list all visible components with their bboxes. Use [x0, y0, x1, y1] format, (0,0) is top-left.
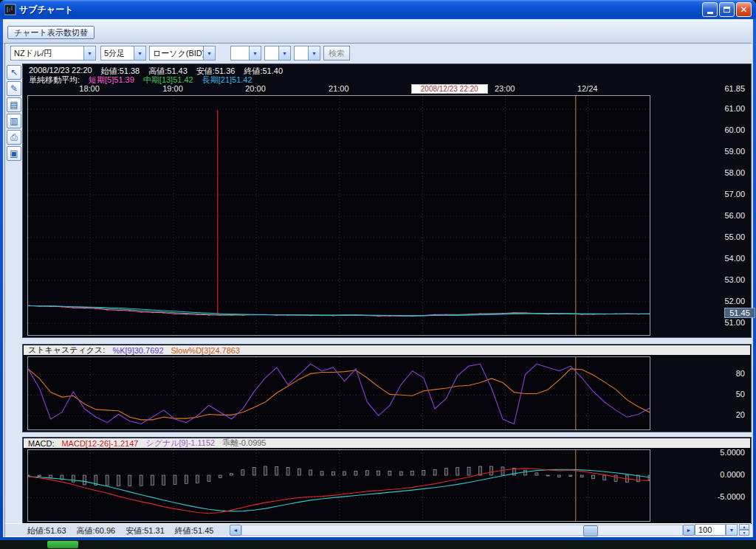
macd-histogram-bar: [343, 472, 346, 475]
stochastics-block: ストキャスティクス: %K[9]30.7692 Slow%D[3]24.7863…: [22, 344, 752, 432]
macd-histogram-bar: [286, 468, 289, 475]
chart-panel: NZドル/円 ▼ 5分足 ▼ ローソク(BID) ▼ ▼ ▼: [4, 43, 752, 537]
indicator-3-value: [295, 46, 308, 60]
stochastics-label: ストキャスティクス:: [28, 345, 105, 356]
indicator-2-value: [265, 46, 278, 60]
macd-signal-line: [28, 469, 650, 511]
macd-axis: 5.00000.0000-5.0000: [649, 449, 748, 520]
zoom-dropdown-button[interactable]: ▼: [726, 524, 738, 536]
y-axis-label: -5.0000: [718, 492, 745, 501]
y-axis-label: 5.0000: [720, 448, 745, 457]
macd-histogram-bar: [422, 470, 425, 475]
print-tool-button[interactable]: ⎙: [7, 130, 21, 145]
panel-tool-button[interactable]: ▣: [7, 146, 21, 161]
macd-value: MACD[12-26]-1.2147: [61, 439, 138, 448]
bar-chart-tool-button[interactable]: ▥: [7, 114, 21, 128]
maximize-button[interactable]: [719, 2, 735, 17]
macd-histogram-bar: [196, 475, 199, 483]
macd-signal-value: シグナル[9]-1.1152: [145, 438, 215, 449]
y-axis-label: 53.00: [724, 275, 745, 284]
pencil-tool-icon: ✎: [10, 83, 18, 94]
print-tool-icon: ⎙: [10, 132, 18, 142]
close-button[interactable]: ✕: [736, 2, 752, 17]
time-axis: 2008/12/23 22:20 18:0019:0020:0021:0023:…: [27, 84, 649, 94]
macd-histogram-bar: [365, 471, 368, 475]
currency-pair-value: NZドル/円: [11, 46, 83, 60]
macd-histogram-bar: [252, 467, 255, 475]
macd-histogram-bar: [117, 475, 120, 486]
ma-mid-line: [28, 305, 650, 316]
indicator-select-3[interactable]: ▼: [294, 46, 320, 61]
titlebar[interactable]: サブチャート ✕: [0, 0, 756, 19]
zoom-spin-up-button[interactable]: ▲: [739, 524, 749, 530]
select-tool-button[interactable]: ↖: [7, 65, 21, 80]
session-ohlc: 始値:51.63 高値:60.96 安値:51.31 終値:51.45: [27, 525, 213, 536]
scroll-right-button[interactable]: ►: [683, 525, 695, 536]
stochastics-d-value: Slow%D[3]24.7863: [171, 346, 241, 355]
indicator-select-1[interactable]: ▼: [230, 46, 261, 61]
macd-histogram-bar: [38, 475, 41, 476]
macd-histogram-bar: [444, 469, 447, 475]
chart-count-toggle-button[interactable]: チャート表示数切替: [7, 26, 94, 39]
indicator-select-2[interactable]: ▼: [264, 46, 291, 61]
currency-pair-select[interactable]: NZドル/円 ▼: [10, 46, 96, 61]
macd-histogram-bar: [219, 475, 221, 477]
timeframe-value: 5分足: [101, 46, 134, 60]
chevron-down-icon: ▼: [308, 46, 320, 60]
scrollbar-thumb[interactable]: [583, 525, 598, 536]
stochastics-header: ストキャスティクス: %K[9]30.7692 Slow%D[3]24.7863: [24, 345, 750, 355]
macd-histogram-bar: [501, 467, 504, 475]
y-axis-label: 57.00: [724, 190, 745, 198]
window-title: サブチャート: [19, 4, 73, 16]
taskbar-item[interactable]: [47, 541, 78, 548]
minimize-button[interactable]: [702, 2, 718, 17]
macd-header: MACD: MACD[12-26]-1.2147 シグナル[9]-1.1152 …: [24, 438, 750, 448]
time-axis-label: 20:00: [238, 84, 273, 93]
macd-histogram-bar: [569, 475, 572, 477]
stoch-line: [28, 364, 650, 424]
chevron-down-icon: ▼: [278, 46, 290, 60]
macd-histogram-bar: [241, 470, 244, 475]
status-bar: 始値:51.63 高値:60.96 安値:51.31 終値:51.45 ◄ ► …: [5, 523, 751, 536]
y-axis-label: 58.00: [724, 168, 745, 177]
window-body: チャート表示数切替 NZドル/円 ▼ 5分足 ▼ ローソク(BID) ▼: [3, 19, 753, 537]
macd-histogram-bar: [162, 475, 165, 485]
macd-histogram-bar: [388, 472, 391, 475]
macd-chart[interactable]: [27, 449, 650, 522]
macd-histogram-bar: [354, 471, 357, 475]
stochastics-axis: 805020: [649, 356, 748, 429]
y-axis-label: 52.00: [724, 297, 745, 305]
desktop: サブチャート ✕ チャート表示数切替 NZドル/円 ▼ 5分足 ▼: [0, 0, 756, 549]
macd-histogram-bar: [377, 471, 380, 475]
search-button[interactable]: 検索: [323, 46, 350, 61]
stoch-line: [28, 369, 650, 420]
chart-style-value: ローソク(BID): [150, 46, 203, 60]
stochastics-chart[interactable]: [27, 356, 650, 430]
timeframe-select[interactable]: 5分足 ▼: [100, 46, 146, 61]
line-chart-tool-button[interactable]: ▤: [7, 97, 21, 112]
app-window: サブチャート ✕ チャート表示数切替 NZドル/円 ▼ 5分足 ▼: [0, 0, 756, 540]
chart-style-select[interactable]: ローソク(BID) ▼: [149, 46, 216, 61]
macd-histogram-bar: [467, 467, 470, 475]
time-axis-label: 18:00: [72, 84, 107, 93]
pencil-tool-button[interactable]: ✎: [7, 81, 21, 96]
macd-histogram-bar: [558, 475, 561, 477]
macd-histogram-bar: [128, 475, 131, 486]
scrollbar-track[interactable]: [241, 525, 683, 536]
y-axis-label: 61.00: [724, 104, 745, 113]
macd-histogram-bar: [591, 475, 594, 479]
macd-diff-value: 乖離-0.0995: [222, 438, 266, 449]
y-axis-label: 0.0000: [720, 470, 745, 479]
y-axis-label: 80: [736, 369, 745, 378]
zoom-input[interactable]: 100: [695, 524, 726, 536]
time-axis-label: 19:00: [155, 84, 190, 93]
macd-histogram-bar: [106, 475, 109, 486]
scroll-left-button[interactable]: ◄: [230, 525, 241, 536]
macd-histogram-bar: [83, 475, 86, 485]
macd-histogram-bar: [230, 474, 233, 475]
macd-label: MACD:: [28, 439, 54, 448]
zoom-spin-down-button[interactable]: ▼: [739, 530, 749, 536]
y-axis-label: 51.00: [724, 318, 745, 327]
main-price-chart[interactable]: [27, 95, 650, 336]
taskbar-fragment: [0, 540, 756, 549]
